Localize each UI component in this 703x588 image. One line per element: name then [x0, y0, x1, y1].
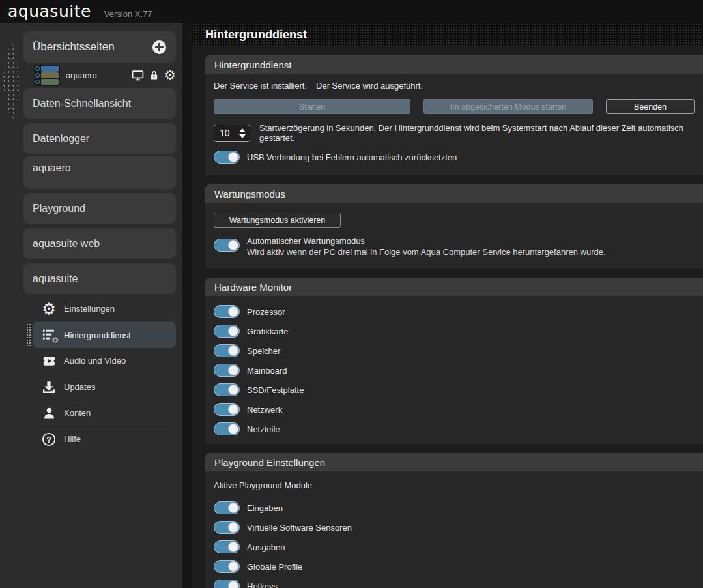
page-title-bar: Hintergrunddienst [192, 23, 703, 46]
auto-maintenance-toggle[interactable] [214, 239, 240, 252]
toggle-label: Mainboard [247, 366, 287, 375]
section-playground-header: Playground Einstellungen [205, 453, 703, 471]
usb-reset-toggle-label: USB Verbindung bei Fehlern automatisch z… [247, 153, 457, 162]
sidebar-item-audio-und-video[interactable]: Audio und Video [33, 348, 176, 374]
section-title: Wartungsmodus [214, 188, 285, 199]
app-logo: aquasuite [8, 0, 91, 23]
sidebar-device-aquaero[interactable]: aquaero ⚙ [34, 63, 176, 87]
mainboard-toggle[interactable] [214, 364, 240, 377]
sidebar-item-label: Hintergrunddienst [64, 331, 131, 340]
toggle-label: Ausgaben [247, 542, 285, 552]
sidebar-group-overview-label: Übersichtsseiten [33, 40, 115, 53]
section-maintenance-header: Wartungsmodus [205, 184, 703, 203]
spinner-up-icon[interactable] [239, 128, 246, 132]
sidebar-item-label: Konten [64, 408, 91, 418]
sidebar-item-aquaero[interactable]: aquaero [23, 156, 176, 189]
sidebar-item-hilfe[interactable]: ? Hilfe [33, 426, 176, 452]
toggle-row-mainboard: Mainboard [214, 360, 695, 380]
lock-icon[interactable] [149, 70, 159, 81]
aquaero-preview-thumbnail [34, 65, 60, 86]
toggle-label: Hotkeys [247, 581, 278, 588]
hotkeys-toggle[interactable] [214, 580, 240, 588]
spinner-down-icon[interactable] [239, 134, 246, 138]
aquasuite-submenu: ⚙ Einstellungen ⚙ Hintergrunddienst [33, 296, 176, 452]
drag-handle-dots[interactable] [26, 323, 32, 347]
toggle-row-virtuelle-software-sensoren: Virtuelle Software Sensoren [214, 518, 695, 537]
usb-reset-toggle[interactable] [214, 151, 240, 164]
app-window: aquasuite Version X.77 Übersichtsseiten … [0, 0, 703, 588]
prozessor-toggle[interactable] [214, 305, 240, 318]
monitor-icon[interactable] [132, 69, 144, 81]
spinner-arrows[interactable] [239, 128, 246, 138]
toggle-row-netzwerk: Netzwerk [214, 400, 695, 419]
sidebar-item-label: Audio und Video [64, 356, 126, 366]
top-bar: aquasuite Version X.77 [0, 0, 703, 23]
section-maintenance: Wartungsmodus Wartungsmodus aktivieren A… [205, 184, 703, 269]
help-icon: ? [42, 432, 56, 447]
gear-icon: ⚙ [42, 301, 56, 317]
playground-modules-label: Aktive Playground Module [214, 480, 695, 490]
start-delay-spinner [214, 125, 250, 142]
sidebar-item-aquasuite[interactable]: aquasuite [23, 263, 176, 294]
film-play-icon [42, 355, 57, 368]
add-overview-page-button[interactable] [152, 40, 167, 55]
sidebar-item-konten[interactable]: Konten [33, 400, 176, 426]
dot-diamond-decoration [2, 38, 22, 125]
toggle-row-prozessor: Prozessor [214, 302, 695, 321]
section-service: Hintergrunddienst Der Service ist instal… [205, 55, 703, 175]
sidebar-item-updates[interactable]: Updates [33, 374, 176, 400]
stop-service-button[interactable]: Beenden [606, 99, 695, 114]
toggle-label: Netzwerk [247, 405, 282, 415]
globale-profile-toggle[interactable] [214, 560, 240, 573]
eingaben-toggle[interactable] [214, 501, 240, 514]
ssd-festplatte-toggle[interactable] [214, 383, 240, 396]
sidebar-item-label: aquasuite web [33, 238, 100, 250]
section-hardware-monitor-header: Hardware Monitor [205, 278, 703, 296]
sidebar-item-aquasuite-web[interactable]: aquasuite web [23, 228, 176, 259]
speicher-toggle[interactable] [214, 344, 240, 357]
sidebar-group-overview[interactable]: Übersichtsseiten [23, 31, 176, 63]
auto-maintenance-toggle-label: Automatischer Wartungsmodus [247, 236, 606, 246]
ausgaben-toggle[interactable] [214, 540, 240, 553]
netzwerk-toggle[interactable] [214, 403, 240, 416]
start-service-button[interactable]: Starten [214, 99, 410, 114]
toggle-row-ssd-festplatte: SSD/Festplatte [214, 380, 695, 400]
section-title: Playground Einstellungen [214, 457, 325, 468]
sidebar-item-einstellungen[interactable]: ⚙ Einstellungen [33, 296, 176, 322]
toggle-row-eingaben: Eingaben [214, 498, 695, 518]
sidebar-item-daten-schnellansicht[interactable]: Daten-Schnellansicht [23, 88, 176, 119]
sidebar-item-label: Updates [64, 382, 95, 392]
section-title: Hintergrunddienst [214, 59, 291, 70]
sidebar-item-label: Einstellungen [64, 304, 115, 314]
plus-circle-icon [152, 40, 167, 55]
sidebar-item-hintergrunddienst[interactable]: ⚙ Hintergrunddienst [33, 322, 176, 348]
toggle-label: Eingaben [247, 503, 283, 513]
sidebar-item-playground[interactable]: Playground [23, 193, 176, 224]
gear-icon[interactable]: ⚙ [164, 68, 176, 81]
start-delay-description: Startverzögerung in Sekunden. Der Hinter… [259, 123, 695, 143]
toggle-label: Netzteile [247, 424, 280, 434]
section-title: Hardware Monitor [214, 282, 292, 293]
sidebar-item-label: aquasuite [33, 273, 78, 285]
service-list-gear-icon: ⚙ [41, 328, 57, 342]
sidebar-item-datenlogger[interactable]: Datenlogger [23, 123, 176, 154]
netzteile-toggle[interactable] [214, 422, 240, 435]
sidebar-item-label: Datenlogger [33, 133, 89, 145]
grafikkarte-toggle[interactable] [214, 325, 240, 338]
toggle-label: SSD/Festplatte [247, 385, 304, 395]
toggle-row-grafikkarte: Grafikkarte [214, 321, 695, 341]
auto-maintenance-toggle-description: Wird aktiv wenn der PC drei mal in Folge… [247, 247, 606, 257]
section-hardware-monitor: Hardware Monitor Prozessor Grafikkarte S… [205, 278, 703, 444]
start-safe-mode-button[interactable]: Im abgesicherten Modus starten [423, 99, 593, 114]
svg-text:?: ? [46, 435, 51, 444]
main-panel: Hintergrunddienst Hintergrunddienst Der … [192, 23, 703, 588]
settings-content: Hintergrunddienst Der Service ist instal… [192, 46, 703, 588]
toggle-row-ausgaben: Ausgaben [214, 537, 695, 557]
activate-maintenance-button[interactable]: Wartungsmodus aktivieren [214, 213, 341, 228]
toggle-row-speicher: Speicher [214, 341, 695, 360]
toggle-label: Grafikkarte [247, 327, 289, 336]
section-playground: Playground Einstellungen Aktive Playgrou… [205, 453, 703, 588]
start-delay-input[interactable] [214, 127, 239, 139]
virtuelle-software-sensoren-toggle[interactable] [214, 521, 240, 534]
sidebar-item-label: Playground [33, 203, 85, 214]
